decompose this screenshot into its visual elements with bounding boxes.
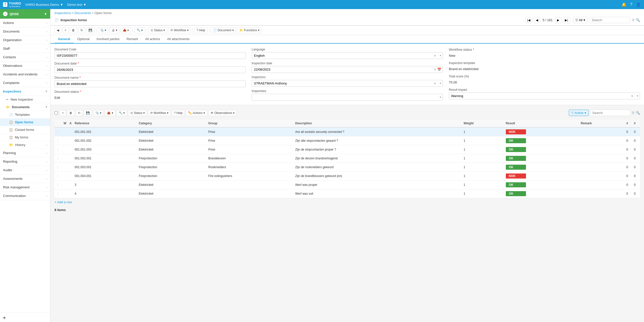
tab-all-actions[interactable]: All actions <box>141 35 163 44</box>
inner-attach-btn[interactable]: 📎 ▾ <box>93 110 104 116</box>
prev-page-btn[interactable]: ◀ <box>534 17 540 23</box>
inner-delete-btn[interactable]: 🗑 <box>67 110 75 116</box>
tab-involved-parties[interactable]: Involved parties <box>93 35 123 44</box>
tab-remark[interactable]: Remark <box>123 35 142 44</box>
row-drag[interactable]: ⋮ <box>54 145 62 154</box>
module-header[interactable]: ✓ QHSE ▼ <box>0 9 50 19</box>
toolbar-workflow-btn[interactable]: ⟳ Workflow ▾ <box>168 27 191 33</box>
sidebar-item-staff[interactable]: Staff › <box>0 44 50 53</box>
sidebar-item-communication[interactable]: Communication › <box>0 192 50 200</box>
language-clear-btn[interactable]: ✕ <box>434 54 436 57</box>
row-drag[interactable]: ⋮ <box>54 181 62 189</box>
sidebar-item-documents[interactable]: Documents › <box>0 27 50 36</box>
search-icon[interactable]: 🔍 <box>636 18 640 22</box>
row-result[interactable]: NOK <box>504 172 579 181</box>
toolbar-refresh-btn[interactable]: ↻ <box>78 27 85 33</box>
breadcrumb-inspections[interactable]: Inspections <box>54 11 71 15</box>
doc-date-input[interactable] <box>54 66 246 73</box>
row-result[interactable]: OK <box>504 189 579 198</box>
active-filter-btn[interactable]: ▽ Active ▾ <box>569 110 589 116</box>
toolbar-tools-btn[interactable]: 🔧 ▾ <box>134 27 145 33</box>
sidebar-item-new-inspection[interactable]: ✏ New Inspection <box>0 96 50 103</box>
toolbar-functions-btn[interactable]: 📁 Functions ▾ <box>237 27 262 33</box>
sidebar-item-my-forms[interactable]: 📋 My forms <box>0 134 50 141</box>
inspectors-dropdown-btn[interactable]: ▾ <box>440 82 441 85</box>
row-result[interactable]: OK <box>504 154 579 163</box>
sidebar-item-open-forms[interactable]: 📋 Open forms <box>0 119 50 126</box>
tab-optional[interactable]: Optional <box>74 35 93 44</box>
inner-status-btn[interactable]: ⊙ Status ▾ <box>128 110 147 116</box>
first-page-btn[interactable]: |◀ <box>525 17 532 23</box>
sidebar-item-documents-group[interactable]: 📁 Documents ▾ <box>0 103 50 111</box>
breadcrumb-documents[interactable]: Documents <box>74 11 91 15</box>
toolbar-export-btn[interactable]: 📤 ▾ <box>121 27 131 33</box>
sidebar-item-audits[interactable]: Audits › <box>0 166 50 174</box>
sidebar-item-organization[interactable]: Organization › <box>0 36 50 44</box>
user-icon[interactable]: 👤 <box>636 2 641 7</box>
language-input[interactable] <box>252 52 443 59</box>
row-drag[interactable]: ⋮ <box>54 136 62 145</box>
toolbar-attach-btn[interactable]: 📎 ▾ <box>98 27 108 33</box>
help-icon[interactable]: ? <box>630 2 632 7</box>
result-impact-clear-btn[interactable]: ✕ <box>631 94 633 98</box>
sidebar-item-observations[interactable]: Observations › <box>0 62 50 70</box>
toolbar-back-btn[interactable]: ◀ <box>54 27 61 33</box>
inner-search-icon[interactable]: 🔍 <box>636 111 640 115</box>
last-page-btn[interactable]: ▶| <box>563 17 570 23</box>
sidebar-item-reporting[interactable]: Reporting › <box>0 157 50 166</box>
sidebar-item-closed-forms[interactable]: 📋 Closed forms <box>0 126 50 134</box>
language-dropdown-btn[interactable]: ▾ <box>440 54 441 57</box>
row-result[interactable]: NOK <box>504 127 579 136</box>
sidebar-item-complaints[interactable]: Complaints › <box>0 79 50 87</box>
next-page-btn[interactable]: ▶ <box>555 17 561 23</box>
filter2-icon[interactable]: ▽ <box>632 18 634 22</box>
inspection-date-clear-btn[interactable]: ✕ <box>434 68 436 71</box>
inner-add-btn[interactable]: + <box>60 110 66 116</box>
inner-actions-btn[interactable]: ✏️ Actions ▾ <box>186 110 207 116</box>
doc-name-input[interactable] <box>54 80 246 87</box>
sidebar-item-accidents[interactable]: Accidents and incidents › <box>0 70 50 79</box>
toolbar-print-btn[interactable]: 🖨 ▾ <box>109 27 119 33</box>
row-drag[interactable]: ⋮ <box>54 163 62 172</box>
tab-general[interactable]: General <box>54 35 74 44</box>
toolbar-document-btn[interactable]: 📄 Document ▾ <box>211 27 236 33</box>
sidebar-item-inspections[interactable]: Inspections ▾ <box>0 87 50 96</box>
demo-selector[interactable]: VARIO Business Demo ▼ <box>25 3 63 7</box>
row-result[interactable]: OK <box>504 136 579 145</box>
sidebar-item-contacts[interactable]: Contacts › <box>0 53 50 62</box>
result-impact-input[interactable] <box>449 93 640 99</box>
inner-filter-icon[interactable]: ▽ <box>632 111 634 115</box>
inner-search-input[interactable] <box>590 110 630 116</box>
sidebar-item-planning[interactable]: Planning › <box>0 149 50 157</box>
sidebar-item-assessments[interactable]: Assessments › <box>0 174 50 183</box>
toolbar-help-btn[interactable]: ? Help <box>194 27 208 33</box>
sidebar-item-history[interactable]: 📁 History › <box>0 141 50 149</box>
sidebar-item-actions[interactable]: Actions › <box>0 19 50 27</box>
select-all-checkbox[interactable] <box>54 111 58 114</box>
row-result[interactable]: OK <box>504 145 579 154</box>
add-row-btn[interactable]: + Add a row <box>54 198 72 206</box>
inner-refresh-btn[interactable]: ↻ <box>76 110 83 116</box>
row-result[interactable]: OK <box>504 181 579 189</box>
toolbar-add-btn[interactable]: + <box>62 27 69 33</box>
inner-save-btn[interactable]: 💾 <box>84 110 92 116</box>
inner-help-btn[interactable]: ? Help <box>172 110 185 116</box>
global-search-input[interactable] <box>590 17 630 23</box>
toolbar-save-btn[interactable]: 💾 <box>86 27 95 33</box>
row-drag[interactable]: ⋮ <box>54 154 62 163</box>
inspectors-input[interactable] <box>252 80 443 87</box>
filter-btn[interactable]: ▽ All ▾ <box>573 17 588 23</box>
inner-observations-btn[interactable]: 👁 Observations ▾ <box>208 110 237 116</box>
row-result[interactable]: OK <box>504 163 579 172</box>
row-drag[interactable]: ⋮ <box>54 172 62 181</box>
inner-workflow-btn[interactable]: ⟳ Workflow ▾ <box>148 110 171 116</box>
inspection-date-calendar-icon[interactable]: 📅 <box>437 68 441 71</box>
tab-all-attachments[interactable]: All attachments <box>164 35 193 44</box>
inspectees-dropdown-btn[interactable]: ▾ <box>440 96 441 99</box>
test-selector[interactable]: Demo test ▼ <box>67 3 86 7</box>
doc-code-input[interactable] <box>54 52 246 59</box>
notifications-icon[interactable]: 🔔 <box>622 2 627 7</box>
inner-export-btn[interactable]: 📤 ▾ <box>105 110 115 116</box>
collapse-sidebar-btn[interactable]: ◀ <box>3 315 5 319</box>
sidebar-item-templates[interactable]: 📄 Templates <box>0 111 50 119</box>
